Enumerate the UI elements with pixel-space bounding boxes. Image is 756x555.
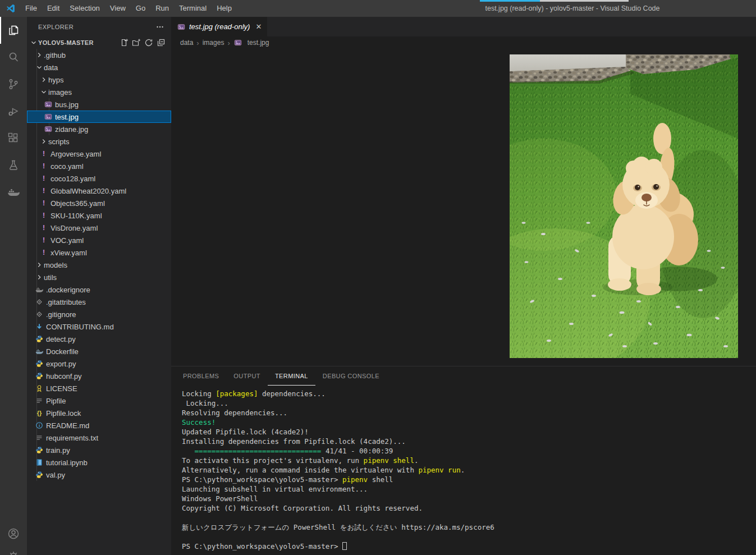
tree-item-label: CONTRIBUTING.md [46, 323, 114, 331]
activity-explorer-button[interactable] [0, 17, 27, 44]
activity-source-control-button[interactable] [0, 71, 27, 98]
chevron-right-icon [35, 273, 44, 281]
activity-docker-button[interactable] [0, 178, 27, 205]
tree-item-voc-yaml[interactable]: !VOC.yaml [27, 234, 171, 246]
chevron-down-icon [29, 39, 38, 47]
python-file-icon [35, 471, 44, 479]
tree-item--gitignore[interactable]: .gitignore [27, 308, 171, 320]
vscode-window: FileEditSelectionViewGoRunTerminalHelp t… [0, 0, 756, 555]
tree-item-utils[interactable]: utils [27, 271, 171, 283]
tree-item--github[interactable]: .github [27, 49, 171, 61]
tree-item-label: models [44, 261, 67, 269]
whale-icon [7, 185, 20, 199]
debug-icon [7, 104, 20, 118]
activity-testing-button[interactable] [0, 152, 27, 178]
tree-item-val-py[interactable]: val.py [27, 469, 171, 481]
breadcrumb-label: data [180, 39, 193, 47]
menu-item-terminal[interactable]: Terminal [174, 0, 212, 17]
file-tree: .githubdatahypsimagesbus.jpgtest.jpgzida… [27, 49, 171, 481]
tab-test-jpg[interactable]: test.jpg (read-only) ✕ [171, 17, 267, 36]
terminal-content[interactable]: Locking [packages] dependencies... Locki… [171, 386, 756, 551]
image-icon [177, 23, 186, 31]
files-icon [7, 24, 20, 37]
tree-item-data[interactable]: data [27, 61, 171, 74]
menu-item-edit[interactable]: Edit [42, 0, 65, 17]
tree-item-test-jpg[interactable]: test.jpg [27, 111, 171, 123]
menu-item-selection[interactable]: Selection [65, 0, 104, 17]
activity-search-button[interactable] [0, 44, 27, 71]
menu-item-run[interactable]: Run [150, 0, 174, 17]
tree-item-contributing-md[interactable]: CONTRIBUTING.md [27, 320, 171, 333]
tree-item-hubconf-py[interactable]: hubconf.py [27, 370, 171, 382]
tree-item-label: Dockerfile [46, 347, 79, 356]
refresh-icon[interactable] [143, 37, 154, 48]
tree-item-argoverse-yaml[interactable]: !Argoverse.yaml [27, 148, 171, 160]
tree-item-label: hubconf.py [46, 372, 82, 380]
tree-item-dockerfile[interactable]: Dockerfile [27, 345, 171, 357]
tree-item-label: Objects365.yaml [51, 199, 105, 208]
menu-item-help[interactable]: Help [212, 0, 237, 17]
activity-bar-bottom [0, 520, 27, 555]
tree-item-license[interactable]: LICENSE [27, 382, 171, 395]
terminal-line: 新しいクロスプラットフォームの PowerShell をお試しください http… [182, 522, 756, 532]
chevron-right-icon [39, 137, 48, 145]
tree-item-visdrone-yaml[interactable]: !VisDrone.yaml [27, 222, 171, 234]
tree-item-globalwheat2020-yaml[interactable]: !GlobalWheat2020.yaml [27, 185, 171, 197]
tree-item-label: hyps [48, 76, 63, 84]
breadcrumb-item-data[interactable]: data [180, 39, 193, 47]
tree-item-detect-py[interactable]: detect.py [27, 333, 171, 345]
menu-bar: FileEditSelectionViewGoRunTerminalHelp [20, 0, 237, 17]
md-file-icon [35, 323, 44, 331]
tree-item--dockerignore[interactable]: .dockerignore [27, 283, 171, 296]
panel-tab-debug-console[interactable]: DEBUG CONSOLE [315, 366, 387, 386]
brace-file-icon: {} [35, 410, 44, 416]
tree-item-objects365-yaml[interactable]: !Objects365.yaml [27, 197, 171, 209]
tree-item-requirements-txt[interactable]: requirements.txt [27, 432, 171, 444]
terminal-line: ============================== 41/41 - 0… [182, 446, 756, 456]
activity-settings-button[interactable] [0, 547, 27, 555]
tree-item-label: bus.jpg [55, 100, 79, 109]
tree-item-scripts[interactable]: scripts [27, 135, 171, 148]
tree-item-coco128-yaml[interactable]: !coco128.yaml [27, 172, 171, 185]
info-file-icon [35, 421, 44, 429]
tree-item-zidane-jpg[interactable]: zidane.jpg [27, 123, 171, 135]
activity-extensions-button[interactable] [0, 125, 27, 152]
tree-item-export-py[interactable]: export.py [27, 357, 171, 370]
editor-tab-bar: test.jpg (read-only) ✕ [171, 17, 756, 36]
terminal-line: Windows PowerShell [182, 494, 756, 503]
menu-item-file[interactable]: File [20, 0, 42, 17]
panel-tab-output[interactable]: OUTPUT [226, 366, 268, 386]
explorer-root-row[interactable]: YOLOV5-MASTER [27, 36, 171, 49]
panel-tab-terminal[interactable]: TERMINAL [268, 366, 315, 386]
tree-item-models[interactable]: models [27, 259, 171, 271]
editor-group: test.jpg (read-only) ✕ data›images›test.… [171, 17, 756, 366]
collapse-all-icon[interactable] [155, 37, 167, 48]
activity-accounts-button[interactable] [0, 520, 27, 547]
breadcrumb-item-images[interactable]: images [203, 39, 224, 47]
tree-item-label: Pipfile [46, 397, 66, 405]
tree-item-pipfile[interactable]: Pipfile [27, 395, 171, 407]
panel-tab-problems[interactable]: PROBLEMS [176, 366, 226, 386]
new-file-icon[interactable] [118, 37, 130, 48]
tree-item--gitattributes[interactable]: .gitattributes [27, 296, 171, 308]
ellipsis-icon[interactable] [154, 21, 166, 33]
yaml-file-icon: ! [39, 150, 48, 158]
close-icon[interactable]: ✕ [255, 23, 262, 30]
tree-item-readme-md[interactable]: README.md [27, 419, 171, 432]
tree-item-xview-yaml[interactable]: !xView.yaml [27, 246, 171, 259]
tree-item-coco-yaml[interactable]: !coco.yaml [27, 160, 171, 172]
activity-run-and-debug-button[interactable] [0, 98, 27, 125]
tree-item-tutorial-ipynb[interactable]: tutorial.ipynb [27, 456, 171, 469]
tree-item-pipfile-lock[interactable]: {}Pipfile.lock [27, 407, 171, 419]
tree-item-images[interactable]: images [27, 86, 171, 98]
new-folder-icon[interactable] [131, 37, 142, 48]
menu-item-view[interactable]: View [105, 0, 131, 17]
tree-item-train-py[interactable]: train.py [27, 444, 171, 456]
yaml-file-icon: ! [39, 236, 48, 244]
tree-item-hyps[interactable]: hyps [27, 74, 171, 86]
tree-item-bus-jpg[interactable]: bus.jpg [27, 98, 171, 111]
tree-item-sku-110k-yaml[interactable]: !SKU-110K.yaml [27, 209, 171, 222]
menu-item-go[interactable]: Go [131, 0, 150, 17]
yaml-file-icon: ! [39, 224, 48, 232]
breadcrumb-item-test-jpg[interactable]: test.jpg [233, 39, 269, 47]
